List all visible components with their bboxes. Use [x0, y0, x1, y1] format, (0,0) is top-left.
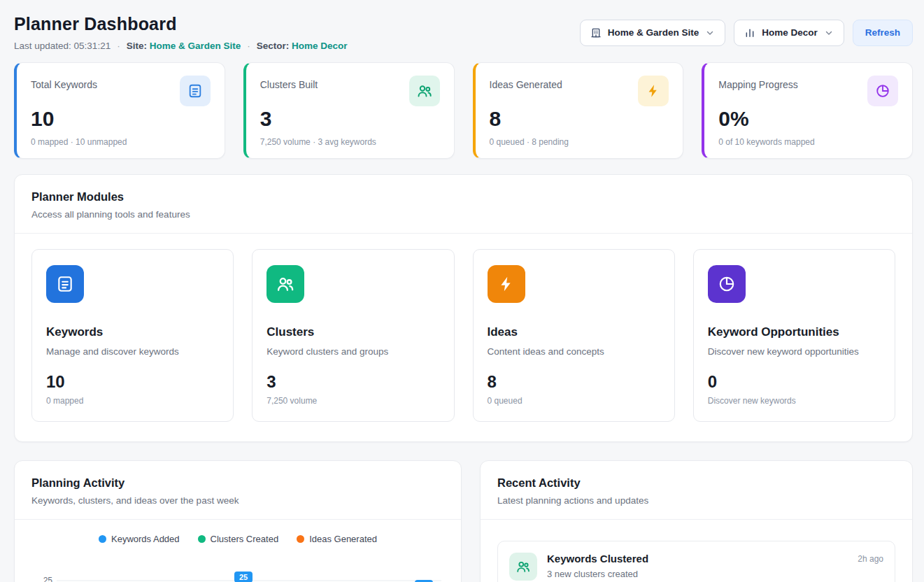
- sector-selector-dropdown[interactable]: Home Decor: [734, 20, 844, 46]
- people-icon: [266, 265, 304, 303]
- y-axis-tick: 25: [43, 576, 53, 582]
- point-label-badge: 25: [234, 572, 253, 582]
- module-description: Discover new keyword opportunities: [708, 346, 881, 357]
- chevron-down-icon: [705, 28, 715, 38]
- recent-activity-panel: Recent Activity Latest planning actions …: [480, 460, 913, 582]
- header-meta: Last updated: 05:31:21 · Site: Home & Ga…: [14, 41, 348, 51]
- header-controls: Home & Garden Site Home Decor Refresh: [580, 20, 913, 46]
- chart-legend: Keywords Added Clusters Created Ideas Ge…: [15, 520, 461, 548]
- stat-label: Clusters Built: [260, 76, 318, 90]
- lightning-icon: [488, 265, 525, 303]
- stat-subtext: 0 mapped · 10 unmapped: [31, 137, 211, 147]
- stat-value: 10: [31, 107, 211, 131]
- module-title: Ideas: [488, 325, 660, 339]
- module-value: 10: [46, 372, 219, 392]
- activity-description: 3 new clusters created: [547, 569, 848, 579]
- activity-body: Keywords Clustered 3 new clusters create…: [547, 553, 848, 579]
- stat-subtext: 0 of 10 keywords mapped: [718, 137, 898, 147]
- sector-selector-label: Home Decor: [762, 27, 818, 38]
- section-title: Planner Modules: [31, 190, 895, 204]
- module-value: 0: [708, 372, 881, 392]
- stat-card-clusters-built: Clusters Built 3 7,250 volume · 3 avg ke…: [243, 62, 455, 159]
- meta-separator: ·: [247, 41, 250, 51]
- divider: [481, 519, 912, 520]
- section-subtitle: Keywords, clusters, and ideas over the p…: [31, 495, 444, 506]
- legend-label: Clusters Created: [211, 534, 279, 544]
- stat-card-total-keywords: Total Keywords 10 0 mapped · 10 unmapped: [14, 62, 225, 159]
- last-updated: Last updated: 05:31:21: [14, 41, 111, 51]
- legend-item-clusters-created: Clusters Created: [198, 534, 279, 544]
- module-description: Keyword clusters and groups: [266, 346, 439, 357]
- module-card-keywords[interactable]: Keywords Manage and discover keywords 10…: [31, 249, 234, 422]
- stat-card-mapping-progress: Mapping Progress 0% 0 of 10 keywords map…: [702, 62, 913, 159]
- stat-card-ideas-generated: Ideas Generated 8 0 queued · 8 pending: [473, 62, 684, 159]
- module-subtext: 7,250 volume: [266, 396, 439, 406]
- module-description: Manage and discover keywords: [46, 346, 219, 357]
- module-subtext: 0 queued: [488, 396, 660, 406]
- document-icon: [180, 76, 211, 106]
- planning-activity-chart: 25 25 24: [31, 551, 444, 582]
- pie-chart-icon: [708, 265, 746, 303]
- legend-label: Keywords Added: [111, 534, 180, 544]
- legend-label: Ideas Generated: [309, 534, 377, 544]
- planning-activity-header: Planning Activity Keywords, clusters, an…: [15, 461, 461, 519]
- module-value: 3: [266, 372, 439, 392]
- chevron-down-icon: [824, 28, 834, 38]
- chart-area: 25 25 24: [15, 551, 461, 582]
- activity-title: Keywords Clustered: [547, 553, 848, 565]
- sector-link[interactable]: Home Decor: [292, 41, 348, 51]
- activity-timestamp: 2h ago: [858, 553, 883, 564]
- header-left: Planner Dashboard Last updated: 05:31:21…: [14, 14, 348, 51]
- svg-text:25: 25: [239, 573, 248, 581]
- bar-chart-icon: [744, 27, 755, 38]
- site-selector-dropdown[interactable]: Home & Garden Site: [580, 20, 726, 46]
- site-link[interactable]: Home & Garden Site: [150, 41, 241, 51]
- stat-label: Ideas Generated: [490, 76, 562, 90]
- stat-label: Mapping Progress: [718, 76, 798, 90]
- legend-dot: [99, 535, 106, 543]
- stat-subtext: 0 queued · 8 pending: [490, 137, 669, 147]
- planner-dashboard-page: Planner Dashboard Last updated: 05:31:21…: [0, 0, 924, 582]
- stat-value: 8: [490, 107, 669, 131]
- section-subtitle: Access all planning tools and features: [31, 209, 895, 220]
- module-value: 8: [488, 372, 660, 392]
- stat-value: 3: [260, 107, 440, 131]
- legend-dot: [198, 535, 206, 543]
- module-card-keyword-opportunities[interactable]: Keyword Opportunities Discover new keywo…: [693, 249, 895, 422]
- document-icon: [46, 265, 84, 303]
- lightning-icon: [638, 76, 669, 106]
- page-title: Planner Dashboard: [14, 14, 348, 34]
- recent-activity-header: Recent Activity Latest planning actions …: [481, 461, 912, 519]
- sector-meta: Sector: Home Decor: [257, 41, 348, 51]
- stats-row: Total Keywords 10 0 mapped · 10 unmapped…: [14, 62, 913, 159]
- legend-dot: [297, 535, 304, 543]
- module-title: Keywords: [46, 325, 219, 339]
- site-selector-label: Home & Garden Site: [608, 27, 699, 38]
- module-title: Clusters: [266, 325, 439, 339]
- section-title: Planning Activity: [31, 476, 444, 490]
- section-subtitle: Latest planning actions and updates: [497, 495, 895, 506]
- legend-item-keywords-added: Keywords Added: [99, 534, 180, 544]
- module-card-clusters[interactable]: Clusters Keyword clusters and groups 3 7…: [252, 249, 454, 422]
- stat-subtext: 7,250 volume · 3 avg keywords: [260, 137, 440, 147]
- planner-modules-header: Planner Modules Access all planning tool…: [15, 175, 912, 233]
- building-icon: [590, 27, 602, 38]
- people-icon: [509, 553, 537, 581]
- module-title: Keyword Opportunities: [708, 325, 881, 339]
- activity-list-item: Keywords Clustered 3 new clusters create…: [497, 541, 895, 582]
- stat-value: 0%: [718, 107, 898, 131]
- planner-modules-panel: Planner Modules Access all planning tool…: [14, 174, 913, 442]
- bottom-row: Planning Activity Keywords, clusters, an…: [14, 460, 913, 582]
- section-title: Recent Activity: [497, 476, 895, 490]
- site-meta: Site: Home & Garden Site: [127, 41, 241, 51]
- modules-grid: Keywords Manage and discover keywords 10…: [15, 234, 912, 441]
- module-description: Content ideas and concepts: [488, 346, 660, 357]
- planning-activity-panel: Planning Activity Keywords, clusters, an…: [14, 460, 462, 582]
- module-card-ideas[interactable]: Ideas Content ideas and concepts 8 0 que…: [473, 249, 675, 422]
- header: Planner Dashboard Last updated: 05:31:21…: [14, 14, 913, 51]
- legend-item-ideas-generated: Ideas Generated: [297, 534, 377, 544]
- stat-label: Total Keywords: [31, 76, 97, 90]
- people-icon: [409, 76, 440, 106]
- pie-chart-icon: [867, 76, 898, 106]
- refresh-button[interactable]: Refresh: [853, 20, 913, 46]
